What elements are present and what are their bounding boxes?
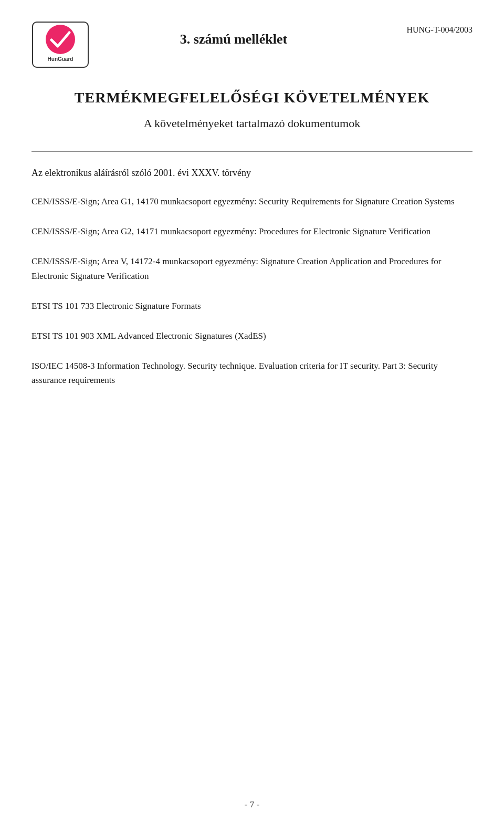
intro-text: Az elektronikus aláírásról szóló 2001. é…	[32, 168, 472, 179]
section-1: CEN/ISSS/E-Sign; Area G1, 14170 munkacso…	[32, 194, 472, 209]
section-1-text: CEN/ISSS/E-Sign; Area G1, 14170 munkacso…	[32, 194, 472, 209]
svg-point-1	[46, 25, 75, 54]
page-number: - 7 -	[245, 799, 259, 809]
subtitle: A követelményeket tartalmazó dokumentumo…	[32, 117, 472, 130]
section-5: ETSI TS 101 903 XML Advanced Electronic …	[32, 329, 472, 343]
section-3-text: CEN/ISSS/E-Sign; Area V, 14172-4 munkacs…	[32, 254, 472, 283]
header: HunGuard 3. számú melléklet HUNG-T-004/2…	[32, 21, 472, 68]
divider	[32, 151, 472, 152]
footer: - 7 -	[0, 799, 504, 810]
section-2-text: CEN/ISSS/E-Sign; Area G2, 14171 munkacso…	[32, 224, 472, 238]
section-6-text: ISO/IEC 14508-3 Information Technology. …	[32, 359, 472, 387]
doc-number-text: HUNG-T-004/2003	[406, 25, 472, 34]
main-title: TERMÉKMEGFELELŐSÉGI KÖVETELMÉNYEK	[32, 89, 472, 106]
header-center-title: 3. számú melléklet	[89, 32, 378, 47]
page: HunGuard 3. számú melléklet HUNG-T-004/2…	[0, 0, 504, 831]
section-5-text: ETSI TS 101 903 XML Advanced Electronic …	[32, 329, 472, 343]
section-2: CEN/ISSS/E-Sign; Area G2, 14171 munkacso…	[32, 224, 472, 238]
svg-text:HunGuard: HunGuard	[48, 56, 74, 62]
section-4: ETSI TS 101 733 Electronic Signature For…	[32, 299, 472, 313]
section-4-text: ETSI TS 101 733 Electronic Signature For…	[32, 299, 472, 313]
section-6: ISO/IEC 14508-3 Information Technology. …	[32, 359, 472, 387]
section-3: CEN/ISSS/E-Sign; Area V, 14172-4 munkacs…	[32, 254, 472, 283]
logo: HunGuard	[32, 21, 89, 68]
doc-number: HUNG-T-004/2003	[378, 21, 472, 35]
header-center: 3. számú melléklet	[89, 21, 378, 47]
